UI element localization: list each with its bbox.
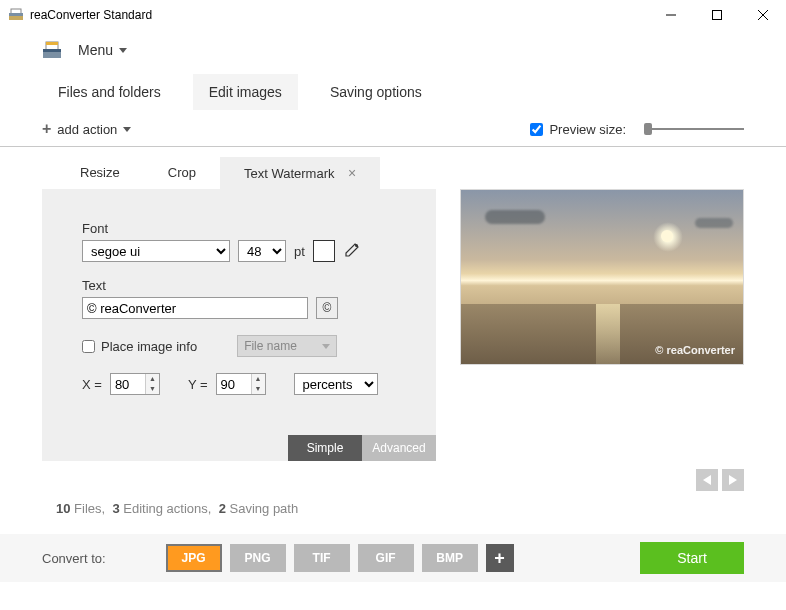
svg-rect-2 (9, 13, 23, 16)
preview-size-slider[interactable] (644, 128, 744, 130)
add-action-label: add action (57, 122, 117, 137)
preview-area: © reaConverter (460, 189, 744, 461)
start-button[interactable]: Start (640, 542, 744, 574)
watermark-text-input[interactable] (82, 297, 308, 319)
svg-rect-9 (46, 42, 58, 45)
y-label: Y = (188, 377, 208, 392)
svg-marker-12 (123, 127, 131, 132)
filename-select: File name (237, 335, 337, 357)
place-image-info-label: Place image info (101, 339, 197, 354)
menu-dropdown[interactable]: Menu (78, 42, 113, 58)
svg-marker-15 (703, 475, 711, 485)
subtab-resize[interactable]: Resize (56, 157, 144, 189)
printer-icon (40, 38, 64, 62)
simple-mode-button[interactable]: Simple (288, 435, 362, 461)
footer: Convert to: JPG PNG TIF GIF BMP + Start (0, 534, 786, 582)
svg-rect-10 (43, 49, 61, 52)
maximize-button[interactable] (694, 0, 740, 30)
tab-edit[interactable]: Edit images (193, 74, 298, 110)
window-title: reaConverter Standard (30, 8, 648, 22)
format-tif-button[interactable]: TIF (294, 544, 350, 572)
y-spinner[interactable]: ▲▼ (216, 373, 266, 395)
font-label: Font (82, 221, 396, 236)
font-size-select[interactable]: 48 (238, 240, 286, 262)
status-bar: 10 Files, 3 Editing actions, 2 Saving pa… (0, 491, 786, 526)
eyedropper-icon[interactable] (343, 243, 359, 259)
preview-size-label: Preview size: (549, 122, 626, 137)
arrow-down-icon[interactable]: ▼ (252, 384, 265, 394)
format-png-button[interactable]: PNG (230, 544, 286, 572)
svg-marker-16 (729, 475, 737, 485)
x-label: X = (82, 377, 102, 392)
tab-files[interactable]: Files and folders (42, 74, 177, 110)
subtab-crop[interactable]: Crop (144, 157, 220, 189)
preview-size-control: Preview size: (530, 122, 744, 137)
copyright-button[interactable]: © (316, 297, 338, 319)
add-action-button[interactable]: + add action (42, 120, 131, 138)
toolbar: + add action Preview size: (0, 114, 786, 147)
unit-select[interactable]: percents (294, 373, 378, 395)
font-select[interactable]: segoe ui (82, 240, 230, 262)
arrow-down-icon[interactable]: ▼ (146, 384, 159, 394)
subtab-watermark-label: Text Watermark (244, 166, 335, 181)
filename-option: File name (244, 339, 297, 353)
close-button[interactable] (740, 0, 786, 30)
tab-saving[interactable]: Saving options (314, 74, 438, 110)
arrow-up-icon[interactable]: ▲ (252, 374, 265, 384)
preview-image: © reaConverter (460, 189, 744, 365)
action-tabs: Resize Crop Text Watermark × (0, 157, 786, 189)
add-format-button[interactable]: + (486, 544, 514, 572)
titlebar: reaConverter Standard (0, 0, 786, 30)
minimize-button[interactable] (648, 0, 694, 30)
app-icon (8, 7, 24, 23)
prev-button[interactable] (696, 469, 718, 491)
convert-to-label: Convert to: (42, 551, 106, 566)
x-input[interactable] (111, 374, 145, 394)
x-spinner[interactable]: ▲▼ (110, 373, 160, 395)
close-icon[interactable]: × (348, 165, 356, 181)
preview-size-checkbox[interactable] (530, 123, 543, 136)
menubar: Menu (0, 30, 786, 70)
next-button[interactable] (722, 469, 744, 491)
svg-marker-14 (322, 344, 330, 349)
main-tabs: Files and folders Edit images Saving opt… (0, 74, 786, 110)
arrow-up-icon[interactable]: ▲ (146, 374, 159, 384)
svg-marker-11 (119, 48, 127, 53)
place-image-info-checkbox[interactable] (82, 340, 95, 353)
text-label: Text (82, 278, 396, 293)
svg-rect-4 (713, 10, 722, 19)
format-bmp-button[interactable]: BMP (422, 544, 478, 572)
caret-down-icon (119, 48, 127, 53)
preview-nav (0, 469, 786, 491)
pt-label: pt (294, 244, 305, 259)
subtab-watermark[interactable]: Text Watermark × (220, 157, 380, 189)
format-jpg-button[interactable]: JPG (166, 544, 222, 572)
format-gif-button[interactable]: GIF (358, 544, 414, 572)
preview-watermark: © reaConverter (655, 344, 735, 356)
advanced-mode-button[interactable]: Advanced (362, 435, 436, 461)
y-input[interactable] (217, 374, 251, 394)
svg-point-13 (355, 244, 358, 247)
plus-icon: + (42, 120, 51, 138)
color-swatch[interactable] (313, 240, 335, 262)
caret-down-icon (123, 127, 131, 132)
watermark-panel: Font segoe ui 48 pt Text © Place image i… (42, 189, 436, 461)
